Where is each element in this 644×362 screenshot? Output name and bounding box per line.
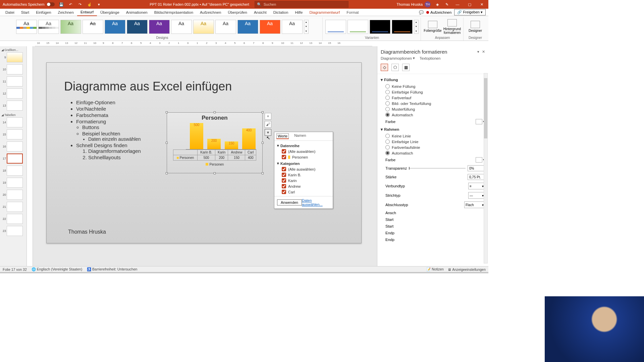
slide-thumb[interactable]	[7, 178, 23, 188]
theme-thumbnail[interactable]: Aa	[260, 20, 280, 34]
ink-icon[interactable]: ✎	[444, 2, 449, 7]
app-icon[interactable]: 📄	[195, 274, 204, 274]
theme-thumbnail[interactable]: Aa	[215, 20, 236, 34]
filter-item[interactable]: (Alle auswählen)	[277, 166, 330, 172]
tab-entwurf[interactable]: Entwurf	[77, 9, 97, 16]
slide-counter[interactable]: Folie 17 von 32	[3, 267, 27, 272]
tab-aufzeichnen[interactable]: Aufzeichnen	[197, 9, 224, 16]
width-input[interactable]	[468, 174, 485, 180]
outlook-icon[interactable]: 📧	[44, 274, 54, 274]
pane-close-icon[interactable]: ✕	[482, 50, 485, 54]
tab-start[interactable]: Start	[18, 9, 33, 16]
slide-thumbnail-panel[interactable]: ◢ Grafiken... 9 10 11 12 13 ◢ Tabellen 1…	[0, 46, 27, 266]
slide-author[interactable]: Thomas Hruska	[68, 229, 106, 235]
share-button[interactable]: 🔗 Freigeben ▾	[454, 9, 486, 15]
select-data-link[interactable]: Daten auswählen...	[302, 198, 330, 206]
variant-thumbnail[interactable]	[347, 20, 368, 34]
close-button[interactable]: ✕	[478, 2, 486, 7]
fill-option[interactable]: Einfarbige Füllung	[381, 89, 485, 95]
tab-ansicht[interactable]: Ansicht	[251, 9, 270, 16]
filter-item[interactable]: Karin	[277, 178, 330, 183]
tab-dictation[interactable]: Dictation	[270, 9, 292, 16]
filter-categories-header[interactable]: ▾ Kategorien	[277, 160, 330, 166]
undo-icon[interactable]: ↶	[68, 2, 73, 7]
slide-thumb[interactable]	[7, 141, 23, 152]
tab-datei[interactable]: Datei	[2, 9, 18, 16]
border-section-header[interactable]: ▾ Rahmen	[381, 126, 485, 133]
tab-zeichnen[interactable]: Zeichnen	[55, 9, 77, 16]
touch-mode-icon[interactable]: ☝	[87, 2, 92, 7]
coming-soon-icon[interactable]: ◈	[435, 2, 440, 7]
tab-ueberpruefen[interactable]: Überprüfen	[224, 9, 251, 16]
fill-line-icon[interactable]: ◇	[381, 64, 388, 71]
variant-gallery-more[interactable]: ▴▾▾	[414, 20, 419, 34]
app-icon[interactable]: 🟢	[184, 274, 193, 274]
app-icon[interactable]: 🔴	[98, 274, 107, 274]
compound-type-select[interactable]: ≡▾	[468, 183, 485, 189]
section-header[interactable]: ◢ Tabellen	[1, 113, 25, 117]
slide-thumb[interactable]	[7, 52, 23, 62]
tab-format[interactable]: Format	[343, 9, 362, 16]
theme-thumbnail[interactable]: Aa	[83, 20, 103, 34]
border-option[interactable]: Farbverlaufslinie	[381, 144, 485, 150]
theme-thumbnail[interactable]: Aa	[60, 20, 81, 34]
tab-uebergaenge[interactable]: Übergänge	[97, 9, 123, 16]
border-option[interactable]: Einfarbige Linie	[381, 139, 485, 144]
tab-animationen[interactable]: Animationen	[123, 9, 151, 16]
transparency-slider[interactable]	[409, 168, 466, 169]
app-icon[interactable]: ⬆	[141, 274, 150, 274]
chrome-icon[interactable]: 🔵	[34, 274, 43, 274]
save-icon[interactable]: 💾	[59, 2, 64, 7]
chart[interactable]: Personen 500 200 150 400 Karin B.KarinAn…	[167, 112, 263, 173]
maximize-button[interactable]: ▢	[466, 2, 474, 7]
fill-option[interactable]: Automatisch	[381, 112, 485, 118]
visio-icon[interactable]: V	[119, 274, 129, 274]
filter-series-header[interactable]: ▾ Datenreihe	[277, 142, 330, 148]
theme-thumbnail[interactable]: Aa	[282, 20, 303, 34]
border-option[interactable]: Keine Linie	[381, 133, 485, 139]
slide-title[interactable]: Diagramme aus Excel einfügen	[64, 79, 232, 94]
slide-thumb[interactable]	[7, 154, 23, 164]
app-icon[interactable]: ⚪	[162, 274, 172, 274]
theme-gallery-more[interactable]: ▴▾▾	[304, 20, 309, 34]
chart-plot-area[interactable]: 500 200 150 400	[186, 123, 256, 149]
format-background-button[interactable]: Hintergrund formatieren	[443, 19, 461, 35]
apply-button[interactable]: Anwenden	[277, 199, 302, 205]
pane-options-icon[interactable]: ▾	[477, 50, 479, 54]
theme-thumbnail[interactable]: Aa	[127, 20, 148, 34]
start-button[interactable]: ⊞	[1, 274, 11, 274]
slide-thumb[interactable]	[7, 64, 23, 74]
slide-thumb[interactable]	[7, 166, 23, 176]
filter-tab-values[interactable]: Werte	[276, 133, 289, 139]
onenote-icon[interactable]: 📓	[109, 274, 118, 274]
fill-option[interactable]: Keine Füllung	[381, 83, 485, 89]
vlc-icon[interactable]: ▲	[76, 274, 86, 274]
powerpoint-icon[interactable]: ▣	[55, 274, 64, 274]
border-color-picker[interactable]	[476, 157, 482, 163]
effects-icon[interactable]: ⬠	[391, 64, 399, 71]
variant-thumbnail[interactable]	[370, 20, 390, 34]
variant-thumbnail[interactable]	[392, 20, 413, 34]
slide-thumb[interactable]	[7, 226, 23, 236]
theme-thumbnail[interactable]: Aa	[38, 20, 59, 34]
app-icon[interactable]: 🔷	[173, 274, 182, 274]
chart-elements-button[interactable]: +	[265, 113, 271, 120]
filter-item[interactable]: Karin B.	[277, 172, 330, 178]
text-options-tab[interactable]: Textoptionen	[420, 56, 440, 60]
section-header[interactable]: ◢ Grafiken...	[1, 48, 25, 52]
firefox-icon[interactable]: 🦊	[23, 274, 32, 274]
telegram-icon[interactable]: ✈	[130, 274, 140, 274]
theme-thumbnail[interactable]: Aa	[149, 20, 170, 34]
chart-options-tab[interactable]: Diagrammoptionen ▾	[381, 56, 415, 60]
fill-color-picker[interactable]	[476, 119, 482, 124]
filter-tab-names[interactable]: Namen	[294, 133, 306, 139]
user-account[interactable]: Thomas Hruska TH	[396, 1, 431, 7]
notes-button[interactable]: 📝 Notizen	[426, 267, 444, 272]
slide-thumb[interactable]	[7, 76, 23, 86]
filter-item[interactable]: Carl	[277, 189, 330, 195]
slide-thumb[interactable]	[7, 190, 23, 200]
slide-size-button[interactable]: Foliengröße	[424, 21, 442, 33]
fill-option[interactable]: Farbverlauf	[381, 95, 485, 101]
accessibility-status[interactable]: ♿ Barrierefreiheit: Untersuchen	[87, 267, 137, 272]
minimize-button[interactable]: —	[453, 2, 462, 6]
